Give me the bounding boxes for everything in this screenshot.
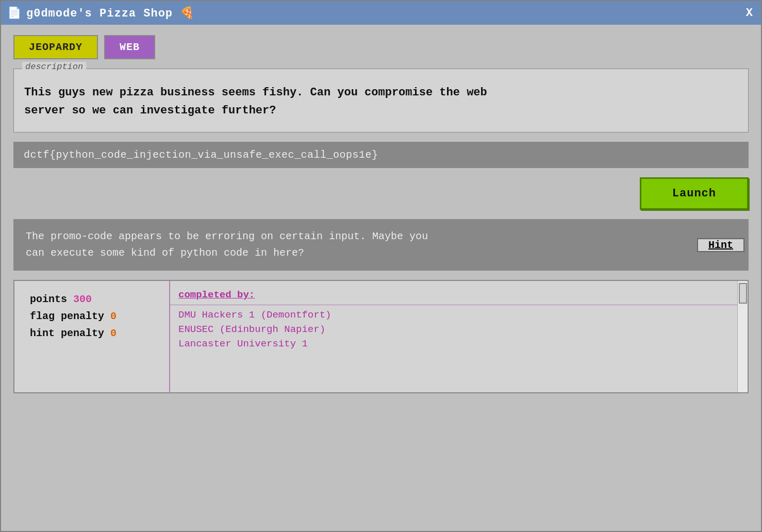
close-button[interactable]: X (744, 7, 755, 20)
completed-list: DMU Hackers 1 (Demontfort) ENUSEC (Edinb… (170, 305, 737, 354)
points-section: points 300 flag penalty 0 hint penalty 0 (14, 281, 169, 392)
flag-penalty-row: flag penalty 0 (30, 310, 154, 322)
hint-row: The promo-code appears to be erroring on… (13, 219, 749, 271)
description-line2: server so we can investigate further? (24, 102, 738, 120)
hint-penalty-number: 0 (110, 327, 117, 339)
list-item: DMU Hackers 1 (Demontfort) (178, 309, 729, 321)
points-label: points 300 (30, 293, 154, 305)
hint-line2: can execute some kind of python code in … (26, 245, 685, 261)
flag-penalty-label: flag penalty (30, 310, 104, 322)
completed-header: completed by: (170, 281, 737, 305)
hint-penalty-value: 0 (110, 327, 117, 339)
flag-value: dctf{python_code_injection_via_unsafe_ex… (24, 149, 378, 161)
list-item: ENUSEC (Edinburgh Napier) (178, 324, 729, 335)
description-text: This guys new pizza business seems fishy… (24, 77, 738, 120)
description-legend: description (22, 62, 86, 72)
bottom-panel: points 300 flag penalty 0 hint penalty 0… (13, 280, 749, 393)
main-window: 📄 g0dmode's Pizza Shop 🍕 X JEOPARDY WEB … (0, 0, 762, 532)
flag-penalty-value: 0 (110, 310, 117, 322)
scrollbar-thumb[interactable] (739, 283, 747, 304)
scrollbar[interactable] (737, 281, 748, 392)
points-number: 300 (73, 293, 92, 305)
tab-web[interactable]: WEB (104, 35, 155, 59)
launch-button[interactable]: Launch (640, 177, 749, 210)
hint-penalty-label: hint penalty (30, 327, 104, 339)
points-value: 300 (73, 293, 92, 305)
title-bar: 📄 g0dmode's Pizza Shop 🍕 X (1, 1, 761, 25)
completed-section: completed by: DMU Hackers 1 (Demontfort)… (169, 281, 737, 392)
window-title: g0dmode's Pizza Shop 🍕 (26, 6, 194, 20)
app-icon: 📄 (7, 6, 21, 20)
flag-bar: dctf{python_code_injection_via_unsafe_ex… (13, 142, 749, 168)
tab-row: JEOPARDY WEB (13, 35, 749, 59)
hint-button[interactable]: Hint (697, 238, 744, 252)
hint-line1: The promo-code appears to be erroring on… (26, 228, 685, 245)
list-item: Lancaster University 1 (178, 338, 729, 350)
content-area: JEOPARDY WEB description This guys new p… (1, 25, 761, 531)
hint-penalty-row: hint penalty 0 (30, 327, 154, 339)
hint-text: The promo-code appears to be erroring on… (13, 219, 697, 271)
description-line1: This guys new pizza business seems fishy… (24, 84, 738, 102)
description-box: description This guys new pizza business… (13, 69, 749, 132)
launch-row: Launch (13, 177, 749, 210)
flag-penalty-number: 0 (110, 310, 117, 322)
tab-jeopardy[interactable]: JEOPARDY (13, 35, 98, 59)
title-bar-left: 📄 g0dmode's Pizza Shop 🍕 (7, 6, 194, 20)
points-text: points (30, 293, 67, 305)
